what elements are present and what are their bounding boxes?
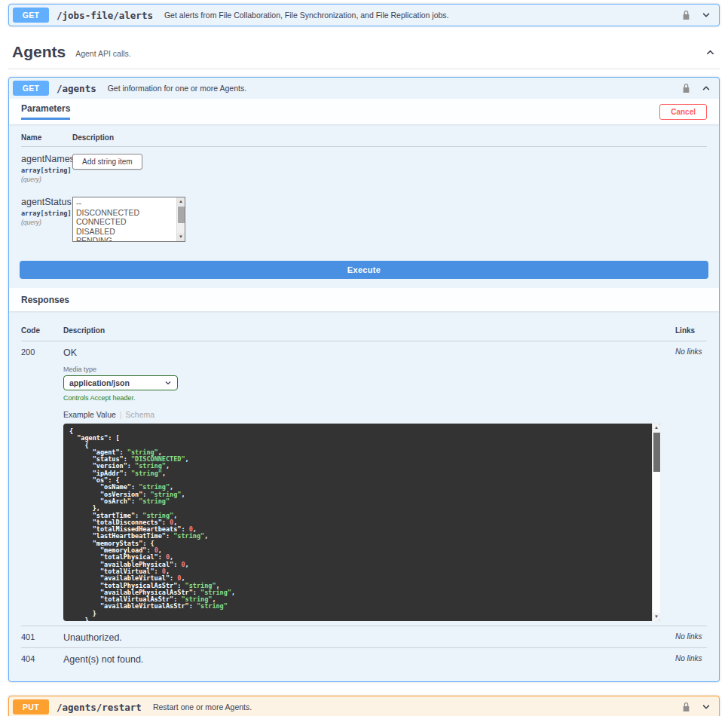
scrollbar-thumb[interactable] [178, 207, 185, 223]
responses-table: Code Description Links 200 OK Media type… [9, 311, 719, 681]
op-summary-agents[interactable]: GET /agents Get information for one or m… [9, 78, 719, 99]
tab-separator: | [120, 410, 122, 419]
op-summary-jobs-file-alerts[interactable]: GET /jobs-file/alerts Get alerts from Fi… [9, 5, 719, 26]
lock-icon [682, 10, 690, 20]
cancel-button[interactable]: Cancel [659, 104, 707, 120]
media-type-select[interactable]: application/json [63, 375, 178, 390]
accept-header-note: Controls Accept header. [63, 394, 675, 402]
listbox-option[interactable]: DISABLED [73, 227, 185, 237]
tab-schema[interactable]: Schema [126, 410, 155, 419]
example-value-block: { "agents": [ { "agent": "string", "stat… [63, 424, 660, 621]
column-header-links: Links [675, 326, 707, 335]
listbox-option[interactable]: CONNECTED [73, 217, 185, 227]
api-description: Restart one or more Agents. [153, 702, 252, 711]
param-type: array[string] [21, 210, 72, 217]
response-description: Agent(s) not found. [63, 654, 675, 665]
expand-button[interactable] [701, 702, 711, 712]
collapse-button[interactable] [701, 83, 711, 93]
listbox-option[interactable]: PENDING [73, 236, 185, 242]
media-type-label: Media type [63, 366, 675, 373]
scroll-down-icon[interactable]: ▼ [177, 233, 185, 241]
opblock-agents-restart: PUT /agents/restart Restart one or more … [8, 696, 720, 716]
example-json-code: { "agents": [ { "agent": "string", "stat… [63, 424, 660, 621]
api-path[interactable]: /agents [57, 83, 96, 94]
parameters-table: Name Description agentNames array[string… [9, 124, 719, 252]
auth-lock-button[interactable] [682, 702, 690, 712]
method-badge-get: GET [13, 81, 49, 96]
listbox-option[interactable]: -- [73, 198, 185, 208]
section-title: Agents [12, 43, 66, 61]
parameters-table-head: Name Description [21, 133, 707, 147]
param-type: array[string] [21, 167, 72, 174]
response-description: OK [63, 347, 675, 358]
lock-icon [682, 83, 690, 93]
param-location: (query) [21, 219, 72, 226]
listbox-scrollbar[interactable]: ▲ ▼ [176, 197, 185, 241]
response-links: No links [675, 347, 707, 621]
column-header-code: Code [21, 326, 63, 335]
api-path[interactable]: /jobs-file/alerts [57, 10, 153, 21]
opblock-jobs-file-alerts: GET /jobs-file/alerts Get alerts from Fi… [8, 4, 720, 26]
response-description: Unauthorized. [63, 632, 675, 643]
column-header-name: Name [21, 133, 72, 142]
param-row-agentnames: agentNames array[string] (query) Add str… [21, 147, 707, 190]
responses-header: Responses [9, 288, 719, 311]
section-subtitle: Agent API calls. [75, 46, 131, 58]
collapse-section-button[interactable] [705, 47, 716, 58]
response-row-404: 404 Agent(s) not found. No links [21, 647, 707, 669]
lock-icon [682, 702, 690, 712]
execute-button[interactable]: Execute [20, 261, 708, 279]
responses-title: Responses [21, 295, 69, 305]
chevron-up-icon [705, 47, 716, 58]
response-code: 401 [21, 632, 63, 643]
response-code: 200 [21, 347, 63, 621]
method-badge-put: PUT [13, 699, 49, 714]
tab-parameters[interactable]: Parameters [21, 103, 70, 120]
param-name: agentStatus [21, 197, 72, 207]
example-scrollbar[interactable]: ▲ ▼ [652, 424, 660, 621]
response-row-200: 200 OK Media type application/json Contr… [21, 341, 707, 626]
chevron-down-icon [701, 702, 711, 712]
param-name: agentNames [21, 154, 72, 164]
response-row-401: 401 Unauthorized. No links [21, 626, 707, 647]
scrollbar-thumb[interactable] [653, 433, 660, 472]
column-header-description: Description [63, 326, 675, 335]
add-string-item-button[interactable]: Add string item [72, 154, 142, 170]
auth-lock-button[interactable] [682, 10, 690, 20]
op-summary-agents-restart[interactable]: PUT /agents/restart Restart one or more … [9, 696, 719, 716]
scroll-down-icon[interactable]: ▼ [653, 613, 660, 621]
chevron-down-icon [701, 10, 711, 20]
api-description: Get alerts from File Collaboration, File… [164, 11, 449, 20]
tag-header-agents[interactable]: Agents Agent API calls. [8, 38, 720, 69]
opblock-agents: GET /agents Get information for one or m… [8, 77, 720, 682]
api-path[interactable]: /agents/restart [57, 702, 142, 713]
agent-status-listbox[interactable]: -- DISCONNECTED CONNECTED DISABLED PENDI… [72, 197, 185, 242]
scroll-up-icon[interactable]: ▲ [653, 424, 660, 432]
listbox-option[interactable]: DISCONNECTED [73, 208, 185, 218]
response-code: 404 [21, 654, 63, 665]
param-row-agentstatus: agentStatus array[string] (query) -- DIS… [21, 190, 707, 249]
expand-button[interactable] [701, 10, 711, 20]
response-links: No links [675, 632, 707, 643]
chevron-up-icon [701, 83, 711, 93]
chevron-down-icon [164, 379, 172, 387]
swagger-page: GET /jobs-file/alerts Get alerts from Fi… [0, 0, 728, 716]
scroll-up-icon[interactable]: ▲ [177, 197, 185, 206]
response-links: No links [675, 654, 707, 665]
tab-example-value[interactable]: Example Value [63, 410, 116, 419]
auth-lock-button[interactable] [682, 83, 690, 93]
column-header-description: Description [72, 133, 707, 142]
media-type-value: application/json [69, 378, 130, 387]
responses-table-head: Code Description Links [21, 320, 707, 341]
parameters-header: Parameters Cancel [9, 99, 719, 124]
method-badge-get: GET [13, 8, 49, 23]
api-description: Get information for one or more Agents. [108, 84, 246, 93]
param-location: (query) [21, 176, 72, 183]
